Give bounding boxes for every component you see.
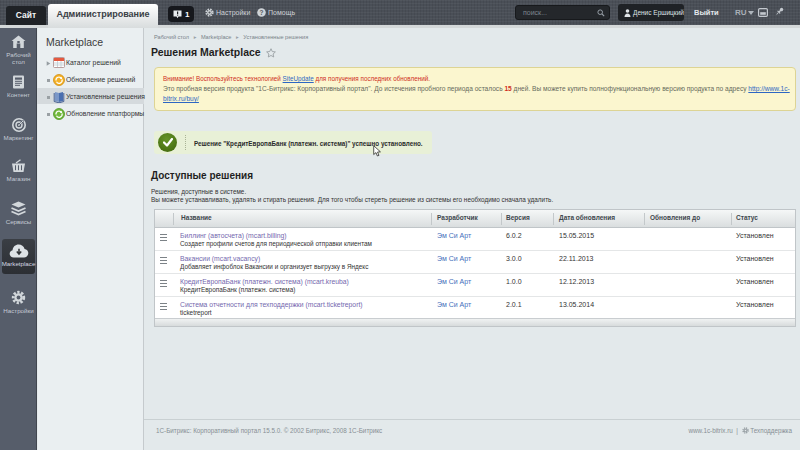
svg-text:?: ? xyxy=(260,9,264,16)
